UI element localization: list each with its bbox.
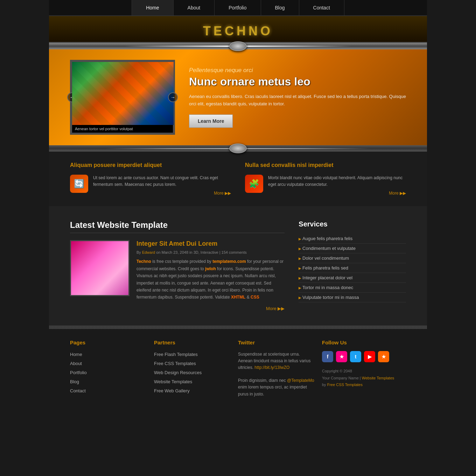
footer-twitter-title: Twitter	[238, 340, 315, 345]
footer: Pages Home About Portfolio Blog Contact …	[49, 329, 427, 408]
hero-heading: Nunc ornare metus leo	[189, 75, 406, 88]
rss-icon[interactable]: ★	[378, 351, 389, 362]
post-link-jwloh[interactable]: jwloh	[205, 266, 216, 271]
chrome-divider-top	[49, 43, 427, 49]
sidebar-item-2: Dolor vel condimentum	[299, 253, 406, 263]
brand-bar: TECHNO	[49, 16, 427, 43]
footer-blog-link[interactable]: Blog	[70, 379, 79, 384]
footer-follow-title: Follow Us	[322, 340, 399, 345]
footer-partners: Partners Free Flash Templates Free CSS T…	[154, 340, 238, 398]
chrome-knob-top	[229, 41, 247, 51]
blog-post: Integer Sit Amet Dui Lorem By Edward on …	[70, 240, 285, 311]
footer-home-link[interactable]: Home	[70, 352, 82, 357]
hero-slider: ← Aenean tortor vel porttitor volutpat →	[70, 60, 175, 135]
nav-blog[interactable]: Blog	[261, 0, 299, 15]
sidebar-item-6: Vulputate tortor mi in massa	[299, 293, 406, 302]
sidebar-title: Services	[299, 220, 406, 228]
feature-2: Nulla sed convallis nisl imperdiet 🧩 Mor…	[245, 162, 406, 196]
main-nav: Home About Portfolio Blog Contact	[49, 0, 427, 16]
footer-follow: Follow Us f ★ t ▶ ★ Copyright © 2048 You…	[322, 340, 406, 398]
feature-1-more[interactable]: More	[93, 191, 231, 196]
feature-1-title: Aliquam posuere imperdiet aliquet	[70, 162, 231, 170]
sidebar-item-4: Integer placerat dolor vel	[299, 273, 406, 283]
learn-more-button[interactable]: Learn More	[189, 114, 233, 128]
facebook-icon[interactable]: f	[322, 351, 333, 362]
nav-portfolio[interactable]: Portfolio	[215, 0, 261, 15]
footer-css-templates[interactable]: Free CSS Templates	[154, 361, 196, 366]
feature-1-body: Ut sed lorem ac ante cursus auctor. Nam …	[93, 175, 231, 188]
copyright-free-css-templates[interactable]: Free CSS Templates	[327, 383, 363, 387]
footer-twitter-text2: Proin dignissim, diam nec @TemplateMo en…	[238, 377, 315, 398]
nav-home[interactable]: Home	[132, 0, 173, 15]
footer-twitter: Twitter Suspendisse at scelerisque urna.…	[238, 340, 322, 398]
sidebar: Services Augue felis pharetra felis Cond…	[299, 220, 406, 311]
sidebar-item-1: Condimentum et vulputate	[299, 244, 406, 253]
footer-pages-list: Home About Portfolio Blog Contact	[70, 351, 147, 394]
social-icons: f ★ t ▶ ★	[322, 351, 399, 362]
features-section: Aliquam posuere imperdiet aliquet 🔄 Ut s…	[49, 152, 427, 206]
copyright: Copyright © 2048 Your Company Name | Web…	[322, 368, 399, 388]
youtube-icon[interactable]: ▶	[364, 351, 375, 362]
section-title: Latest Website Template	[70, 220, 285, 230]
footer-divider	[49, 326, 427, 329]
feature-2-title: Nulla sed convallis nisl imperdiet	[245, 162, 406, 170]
post-link-css[interactable]: CSS	[251, 295, 259, 300]
footer-about-link[interactable]: About	[70, 361, 82, 366]
footer-pages-title: Pages	[70, 340, 147, 345]
feature-2-more[interactable]: More	[268, 191, 406, 196]
brand-title: TECHNO	[49, 24, 427, 38]
content-left: Latest Website Template Integer Sit Amet…	[70, 220, 285, 311]
copyright-website-templates[interactable]: Website Templates	[362, 376, 394, 380]
post-link-techno[interactable]: Techno	[136, 259, 151, 264]
footer-web-gallery[interactable]: Free Web Gallery	[154, 388, 190, 393]
slider-next[interactable]: →	[168, 92, 178, 102]
flickr-icon[interactable]: ★	[336, 351, 347, 362]
post-thumbnail	[70, 240, 130, 296]
post-title: Integer Sit Amet Dui Lorem	[136, 240, 285, 247]
post-categories: 3D, Interactive	[194, 250, 218, 254]
feature-2-icon: 🧩	[245, 175, 263, 193]
nav-contact[interactable]: Contact	[299, 0, 344, 15]
twitter-icon[interactable]: t	[350, 351, 361, 362]
footer-twitter-text1: Suspendisse at scelerisque urna. Aenean …	[238, 351, 315, 371]
post-more-link[interactable]: More	[266, 306, 285, 311]
sidebar-item-3: Felis pharetra felis sed	[299, 263, 406, 273]
feature-2-body: Morbi blandit nunc vitae odio volutpat h…	[268, 175, 406, 188]
footer-portfolio-link[interactable]: Portfolio	[70, 370, 87, 375]
chrome-knob-mid	[229, 144, 247, 153]
hero-sub: Pellentesque neque orci	[189, 67, 406, 74]
footer-web-design-resources[interactable]: Web Design Resources	[154, 370, 202, 375]
post-date: March 23, 2048	[162, 250, 188, 254]
sidebar-item-0: Augue felis pharetra felis	[299, 234, 406, 244]
sidebar-item-5: Tortor mi in massa donec	[299, 283, 406, 293]
footer-contact-link[interactable]: Contact	[70, 388, 86, 393]
post-link-xhtml[interactable]: XHTML	[231, 295, 245, 300]
footer-templatemo-link[interactable]: @TemplateMo	[287, 378, 314, 383]
post-body: Integer Sit Amet Dui Lorem By Edward on …	[136, 240, 285, 311]
main-content: Latest Website Template Integer Sit Amet…	[49, 206, 427, 325]
hero-body: Aenean eu convallis libero. Cras iaculis…	[189, 93, 406, 108]
hero-text: Pellentesque neque orci Nunc ornare metu…	[189, 67, 406, 128]
footer-partners-title: Partners	[154, 340, 231, 345]
chrome-divider-mid	[49, 145, 427, 152]
post-link-templatemo[interactable]: templatemo.com	[212, 259, 246, 264]
footer-partners-list: Free Flash Templates Free CSS Templates …	[154, 351, 231, 394]
footer-pages: Pages Home About Portfolio Blog Contact	[70, 340, 154, 398]
slider-caption: Aenean tortor vel porttitor volutpat	[72, 125, 173, 133]
post-content: Techno is free css template provided by …	[136, 258, 285, 301]
slider-image	[72, 62, 174, 125]
footer-flash-templates[interactable]: Free Flash Templates	[154, 352, 198, 357]
hero-section: ← Aenean tortor vel porttitor volutpat →…	[49, 49, 427, 145]
feature-1-icon: 🔄	[70, 175, 88, 193]
post-meta: By Edward on March 23, 2048 in 3D, Inter…	[136, 250, 285, 254]
feature-1: Aliquam posuere imperdiet aliquet 🔄 Ut s…	[70, 162, 231, 196]
sidebar-list: Augue felis pharetra felis Condimentum e…	[299, 234, 406, 302]
footer-twitter-link1[interactable]: http://bit.ly/13IwZO	[254, 365, 289, 370]
post-author[interactable]: Edward	[142, 250, 155, 254]
nav-about[interactable]: About	[174, 0, 215, 15]
footer-website-templates[interactable]: Website Templates	[154, 379, 192, 384]
post-comments: 154 comments	[222, 250, 247, 254]
